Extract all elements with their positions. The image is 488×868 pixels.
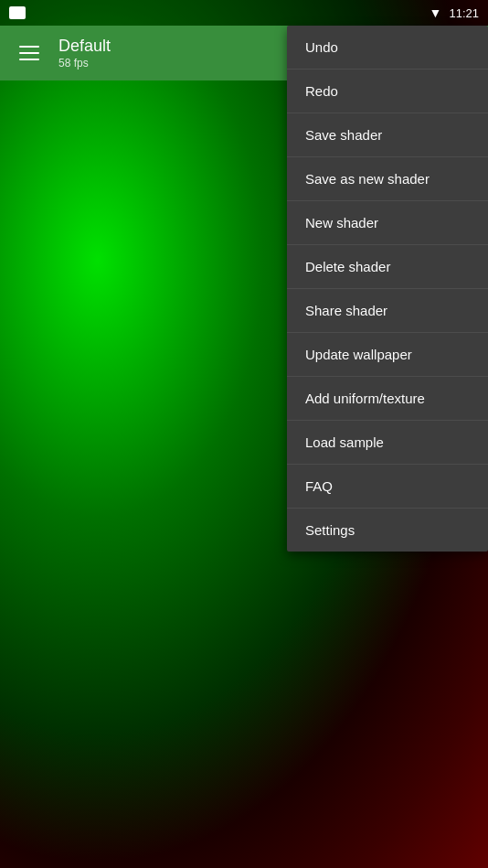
status-bar: ▼ 11:21 xyxy=(0,0,488,26)
hamburger-menu-button[interactable] xyxy=(11,35,48,71)
hamburger-line-1 xyxy=(19,46,39,48)
status-bar-left xyxy=(9,6,26,19)
wifi-icon: ▼ xyxy=(430,5,442,20)
menu-item-update-wallpaper[interactable]: Update wallpaper xyxy=(287,333,488,376)
menu-item-load-sample[interactable]: Load sample xyxy=(287,421,488,464)
menu-item-redo[interactable]: Redo xyxy=(287,70,488,113)
hamburger-line-2 xyxy=(19,52,39,54)
menu-item-settings[interactable]: Settings xyxy=(287,509,488,552)
menu-item-new-shader[interactable]: New shader xyxy=(287,201,488,244)
menu-item-faq[interactable]: FAQ xyxy=(287,465,488,508)
clock: 11:21 xyxy=(449,6,479,20)
dropdown-menu: UndoRedoSave shaderSave as new shaderNew… xyxy=(287,26,488,552)
status-bar-right: ▼ 11:21 xyxy=(430,5,479,20)
menu-item-add-uniform-texture[interactable]: Add uniform/texture xyxy=(287,377,488,420)
notification-icon xyxy=(9,6,26,19)
menu-item-delete-shader[interactable]: Delete shader xyxy=(287,245,488,288)
menu-item-undo[interactable]: Undo xyxy=(287,26,488,69)
hamburger-line-3 xyxy=(19,59,39,60)
menu-item-save-as-new-shader[interactable]: Save as new shader xyxy=(287,157,488,200)
menu-item-share-shader[interactable]: Share shader xyxy=(287,289,488,332)
menu-item-save-shader[interactable]: Save shader xyxy=(287,113,488,156)
